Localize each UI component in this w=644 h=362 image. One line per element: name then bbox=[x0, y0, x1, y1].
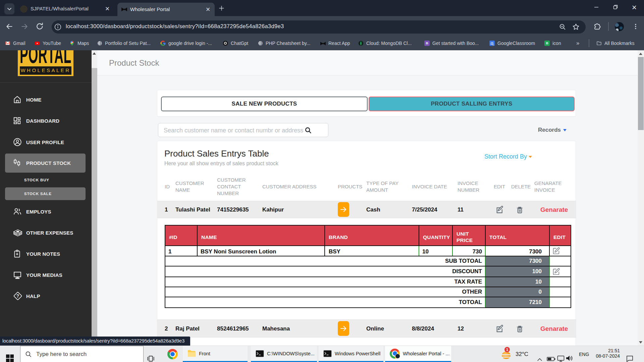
svg-text:?: ? bbox=[16, 294, 19, 299]
svg-text:B: B bbox=[546, 42, 548, 45]
svg-text:B: B bbox=[426, 42, 428, 45]
